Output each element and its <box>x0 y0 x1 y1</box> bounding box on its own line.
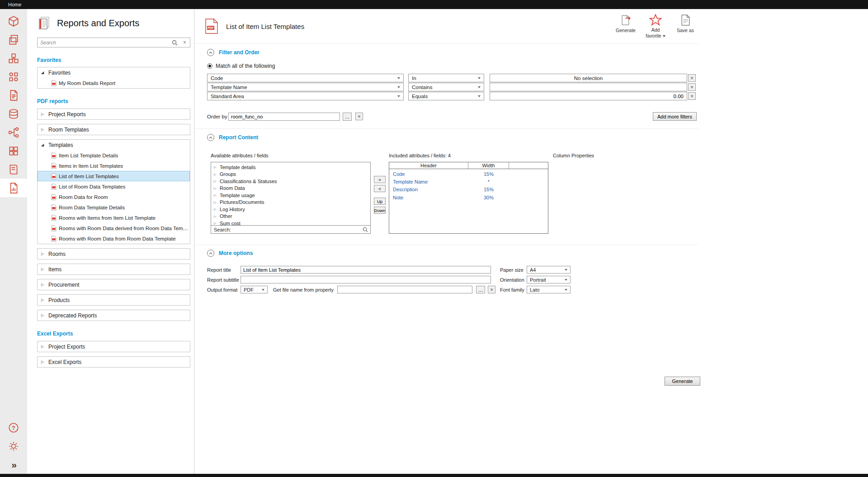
generate-report-button[interactable]: Generate <box>665 377 700 386</box>
remove-filter-button[interactable]: × <box>688 92 696 100</box>
filter-operator-select[interactable]: In <box>408 74 484 82</box>
report-item[interactable]: Rooms with Room Data from Room Data Temp… <box>38 233 190 244</box>
expand-arrow-icon[interactable]: ▷ <box>214 215 217 218</box>
expand-arrow-icon[interactable]: ▷ <box>41 298 46 302</box>
report-item[interactable]: Room Data for Room <box>38 192 190 202</box>
move-right-button[interactable]: > <box>374 176 386 183</box>
table-row[interactable]: Template Name * <box>389 178 548 185</box>
expand-arrow-icon[interactable]: ▷ <box>214 165 217 169</box>
report-group[interactable]: ▷ Room Templates <box>37 124 190 135</box>
move-up-button[interactable]: Up <box>374 198 386 205</box>
filter-field-select[interactable]: Template Name <box>207 83 404 91</box>
report-group[interactable]: ▷ Deprecated Reports <box>37 310 190 321</box>
report-group[interactable]: ▷ Products <box>37 294 190 306</box>
export-group[interactable]: ▷ Excel Exports <box>37 356 190 368</box>
attribute-group-item[interactable]: ▷ Template usage <box>211 192 370 199</box>
expand-arrow-icon[interactable]: ▷ <box>214 179 217 183</box>
generate-button[interactable]: Generate <box>613 14 639 38</box>
cubes-icon[interactable] <box>0 49 27 67</box>
report-item[interactable]: Room Data Template Details <box>38 202 190 213</box>
expand-arrow-icon[interactable]: ▷ <box>214 201 217 204</box>
expand-arrow-icon[interactable]: ▷ <box>41 283 46 287</box>
expand-icon[interactable]: » <box>0 455 27 474</box>
filter-value-picker[interactable]: No selection <box>490 74 687 82</box>
export-group[interactable]: ▷ Project Exports <box>37 341 190 352</box>
report-subtitle-input[interactable] <box>241 276 491 283</box>
attribute-group-item[interactable]: ▷ Room Data <box>211 185 370 192</box>
clear-search-icon[interactable]: × <box>183 39 186 46</box>
expand-arrow-icon[interactable]: ▷ <box>214 222 217 225</box>
attribute-group-item[interactable]: ▷ Other <box>211 213 370 220</box>
attribute-group-item[interactable]: ▷ Pictures/Documents <box>211 199 370 206</box>
move-left-button[interactable]: < <box>374 185 386 192</box>
table-row[interactable]: Note 30% <box>389 194 548 201</box>
filter-field-select[interactable]: Standard Area <box>207 92 404 100</box>
report-item[interactable]: Rooms with Room Data derived from Room D… <box>38 223 190 233</box>
shapes-icon[interactable] <box>0 67 27 86</box>
table-row[interactable]: Code 15% <box>389 170 548 178</box>
report-item[interactable]: Items in Item List Templates <box>38 161 190 171</box>
filter-value-input[interactable] <box>490 92 687 100</box>
order-by-input[interactable] <box>228 113 340 121</box>
order-by-browse-button[interactable]: … <box>343 113 352 121</box>
output-format-select[interactable]: PDF <box>241 286 268 293</box>
expand-arrow-icon[interactable]: ▷ <box>214 208 217 211</box>
move-down-button[interactable]: Down <box>374 207 386 214</box>
expand-arrow-icon[interactable]: ▷ <box>214 187 217 190</box>
report-item[interactable]: List of Room Data Templates <box>38 181 190 192</box>
add-more-filters-button[interactable]: Add more filters <box>653 112 697 121</box>
report-item[interactable]: List of Item List Templates <box>38 171 190 181</box>
expand-arrow-icon[interactable]: ▷ <box>41 314 46 317</box>
save-as-button[interactable]: Save as <box>672 14 698 38</box>
remove-filter-button[interactable]: × <box>688 83 696 91</box>
orientation-select[interactable]: Portrait <box>527 276 571 283</box>
templates-group-header[interactable]: ◢ Templates <box>38 140 190 150</box>
attribute-group-item[interactable]: ▷ Groups <box>211 171 370 178</box>
attribute-group-item[interactable]: ▷ Classifications & Statuses <box>211 178 370 185</box>
report-group[interactable]: ▷ Items <box>37 264 190 275</box>
filter-value-input[interactable] <box>490 83 687 91</box>
collapse-section-button[interactable] <box>207 134 214 141</box>
attribute-group-item[interactable]: ▷ Template details <box>211 164 370 171</box>
search-input[interactable] <box>38 38 173 47</box>
home-menu[interactable]: Home <box>8 2 21 7</box>
expand-arrow-icon[interactable]: ▷ <box>41 113 46 116</box>
collapse-section-button[interactable] <box>207 49 214 56</box>
blocks-icon[interactable] <box>0 142 27 160</box>
report-item[interactable]: Rooms with Items from Item List Template <box>38 213 190 223</box>
clear-order-by-button[interactable]: × <box>355 113 363 120</box>
report-icon[interactable] <box>0 179 27 197</box>
book-icon[interactable] <box>0 160 27 179</box>
table-row[interactable]: Description 15% <box>389 186 548 194</box>
expand-arrow-icon[interactable]: ▷ <box>214 173 217 176</box>
remove-filter-button[interactable]: × <box>688 74 696 82</box>
match-all-radio[interactable] <box>207 63 212 69</box>
paper-size-select[interactable]: A4 <box>527 266 571 274</box>
expand-arrow-icon[interactable]: ▷ <box>41 268 46 271</box>
report-group[interactable]: ▷ Project Reports <box>37 109 190 120</box>
expand-arrow-icon[interactable]: ▷ <box>41 360 46 364</box>
gear-icon[interactable] <box>0 437 27 455</box>
collapse-arrow-icon[interactable]: ◢ <box>41 143 46 147</box>
expand-arrow-icon[interactable]: ▷ <box>41 128 46 132</box>
cube-icon[interactable] <box>0 12 27 30</box>
help-icon[interactable]: ? <box>0 418 27 437</box>
favorites-root-node[interactable]: ◢ Favorites <box>38 67 190 78</box>
expand-arrow-icon[interactable]: ▷ <box>214 194 217 197</box>
document-icon[interactable] <box>0 86 27 104</box>
expand-arrow-icon[interactable]: ▷ <box>41 345 46 349</box>
file-name-browse-button[interactable]: … <box>476 286 485 293</box>
filter-operator-select[interactable]: Equals <box>408 92 484 100</box>
filter-field-select[interactable]: Code <box>207 74 404 82</box>
font-family-select[interactable]: Lato <box>527 286 571 293</box>
clear-file-name-button[interactable]: × <box>488 286 495 293</box>
coins-icon[interactable] <box>0 104 27 123</box>
collapse-arrow-icon[interactable]: ◢ <box>41 71 46 75</box>
double-cube-icon[interactable] <box>0 30 27 49</box>
attribute-group-item[interactable]: ▷ Log History <box>211 206 370 213</box>
file-name-property-input[interactable] <box>337 286 472 293</box>
report-group[interactable]: ▷ Rooms <box>37 248 190 260</box>
favorite-report-item[interactable]: My Room Details Report <box>38 78 190 88</box>
filter-operator-select[interactable]: Contains <box>408 83 484 91</box>
collapse-section-button[interactable] <box>207 250 214 257</box>
